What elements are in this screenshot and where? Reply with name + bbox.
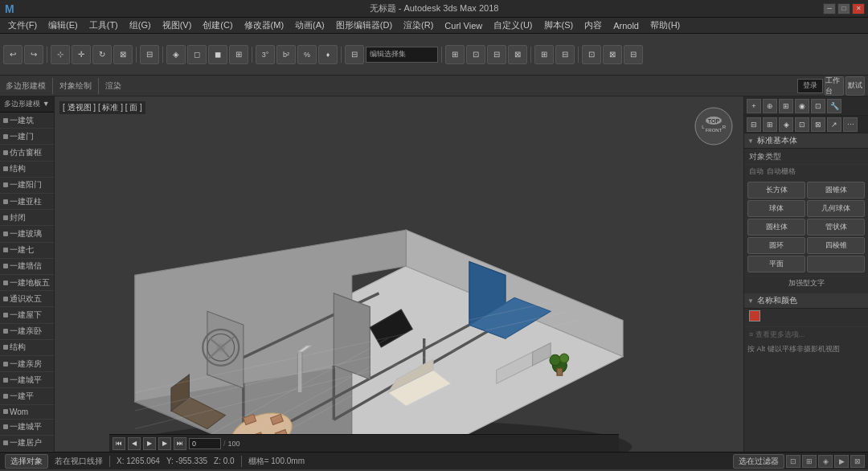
sidebar-item-11[interactable]: 通识欢五 [0,291,54,307]
named-selection-set[interactable]: 编辑选择集 [366,47,438,63]
status-filter-btn[interactable]: 选在过滤器 [733,454,784,469]
angle-snap[interactable]: b² [276,45,296,64]
play-end-button[interactable]: ⏭ [174,437,186,450]
rp-utilities-btn[interactable]: 🔧 [827,99,841,113]
menu-item-1[interactable]: 编辑(E) [43,18,83,33]
obj-box[interactable]: 长方体 [747,182,805,199]
sidebar-item-10[interactable]: 一建地板五 [0,275,54,291]
rp-sub-btn6[interactable]: ↗ [827,117,841,132]
nav-gizmo[interactable]: TOP FRONT L R [694,106,734,146]
tb-btn1[interactable]: ◈ [166,45,186,64]
menu-item-6[interactable]: 修改器(M) [240,18,289,33]
menu-item-4[interactable]: 视图(V) [158,18,197,33]
rp-sub-btn5[interactable]: ⊠ [811,117,825,132]
percent-snap[interactable]: % [297,45,317,64]
menu-item-9[interactable]: 渲染(R) [399,18,438,33]
sidebar-item-9[interactable]: 一建墙信 [0,259,54,275]
play-next-button[interactable]: ▶ [158,437,171,450]
status-icon1[interactable]: ⊡ [786,455,800,468]
sidebar-item-18[interactable]: Wom [0,405,54,420]
menu-item-14[interactable]: Arnold [608,19,644,32]
tb-btn4[interactable]: ⊞ [229,45,248,64]
align-hi[interactable]: ⊠ [508,45,527,64]
ref-coord-button[interactable]: ⊟ [140,45,159,64]
snap-toggle[interactable]: 3° [256,45,275,64]
sidebar-item-4[interactable]: 一建阳门 [0,178,54,194]
obj-cylinder[interactable]: 圆柱体 [747,219,805,236]
menu-item-11[interactable]: 自定义(U) [489,18,537,33]
rp-hierarchy-btn[interactable]: ⊞ [779,99,793,113]
rp-section-title[interactable]: ▼ 标准基本体 [744,133,868,149]
rp-sub-btn1[interactable]: ⊟ [747,117,761,132]
sidebar-item-15[interactable]: 一建亲房 [0,356,54,372]
render-last[interactable]: ⊟ [624,45,643,64]
status-icon3[interactable]: ◈ [818,455,833,468]
search-box[interactable]: 登录 [797,79,823,93]
sidebar-item-13[interactable]: 一建亲卧 [0,324,54,340]
sidebar-header[interactable]: 多边形建模 ▼ [0,96,54,113]
rp-display-btn[interactable]: ⊡ [811,99,825,113]
obj-flat[interactable] [807,256,865,272]
sidebar-item-5[interactable]: 一建亚柱 [0,194,54,210]
obj-sphere[interactable]: 球体 [747,200,805,217]
render-setup[interactable]: ⊡ [582,45,601,64]
sidebar-item-6[interactable]: 封闭 [0,210,54,226]
frame-input[interactable] [189,438,221,449]
maximize-button[interactable]: □ [837,3,850,14]
rp-sub-btn3[interactable]: ◈ [779,117,793,132]
sidebar-item-0[interactable]: 一建筑 [0,113,54,129]
sidebar-item-12[interactable]: 一建屋下 [0,307,54,323]
obj-plane[interactable]: 平面 [747,256,805,272]
ribbon-toggle[interactable]: ⊟ [555,45,575,64]
sidebar-item-3[interactable]: 结构 [0,162,54,178]
scale-button[interactable]: ⊠ [113,45,133,64]
tb-btn2[interactable]: ◻ [187,45,207,64]
obj-pyramid[interactable]: 四棱锥 [807,237,865,254]
menu-item-7[interactable]: 动画(A) [290,18,330,33]
undo-button[interactable]: ↩ [3,45,23,64]
move-button[interactable]: ✛ [72,45,91,64]
sidebar-item-2[interactable]: 仿古窗框 [0,145,54,161]
status-icon5[interactable]: ⊠ [850,455,865,468]
rp-sub-btn4[interactable]: ⊡ [795,117,809,132]
layout-btn[interactable]: 默试 [845,76,865,96]
status-icon4[interactable]: ▶ [834,455,849,468]
sidebar-item-7[interactable]: 一建玻璃 [0,226,54,242]
rp-modify-btn[interactable]: ⊕ [763,99,777,113]
rp-sub-btn7[interactable]: ⋯ [843,117,858,132]
spinner-snap[interactable]: ♦ [318,45,338,64]
align-view[interactable]: ⊟ [487,45,506,64]
status-icon2[interactable]: ⊞ [802,455,817,468]
obj-tube[interactable]: 管状体 [807,219,865,236]
edit-named-sets[interactable]: ⊟ [345,45,364,64]
viewport[interactable]: [ 透视图 ] [ 标准 ] [ 面 ] TOP FRONT L R [55,96,743,452]
tb-btn3[interactable]: ◼ [208,45,227,64]
play-prev-button[interactable]: ◀ [128,437,141,450]
minimize-button[interactable]: ─ [823,3,836,14]
redo-button[interactable]: ↪ [24,45,43,64]
sidebar-item-17[interactable]: 一建平 [0,388,54,404]
workspace-btn[interactable]: 工作台 [825,76,844,96]
menu-item-13[interactable]: 内容 [579,18,607,33]
menu-item-12[interactable]: 脚本(S) [539,18,579,33]
select-button[interactable]: ⊹ [51,45,70,64]
sidebar-item-16[interactable]: 一建城平 [0,372,54,388]
menu-item-5[interactable]: 创建(C) [198,18,237,33]
obj-cone[interactable]: 圆锥体 [807,182,865,199]
sidebar-item-14[interactable]: 结构 [0,340,54,356]
obj-geosphere[interactable]: 几何球体 [807,200,865,217]
sidebar-item-20[interactable]: 一建居户 [0,436,54,452]
rp-create-btn[interactable]: + [747,99,761,113]
sidebar-item-8[interactable]: 一建七 [0,243,54,259]
rp-motion-btn[interactable]: ◉ [795,99,809,113]
menu-item-10[interactable]: Curl View [440,19,487,32]
menu-item-15[interactable]: 帮助(H) [645,18,685,33]
render-frame[interactable]: ⊠ [603,45,622,64]
close-button[interactable]: ✕ [852,3,865,14]
sidebar-item-19[interactable]: 一建城平 [0,420,54,436]
play-button[interactable]: ▶ [143,437,156,450]
menu-item-0[interactable]: 文件(F) [3,18,42,33]
color-swatch[interactable] [749,310,760,322]
rotate-button[interactable]: ↻ [92,45,112,64]
menu-item-8[interactable]: 图形编辑器(D) [331,18,397,33]
